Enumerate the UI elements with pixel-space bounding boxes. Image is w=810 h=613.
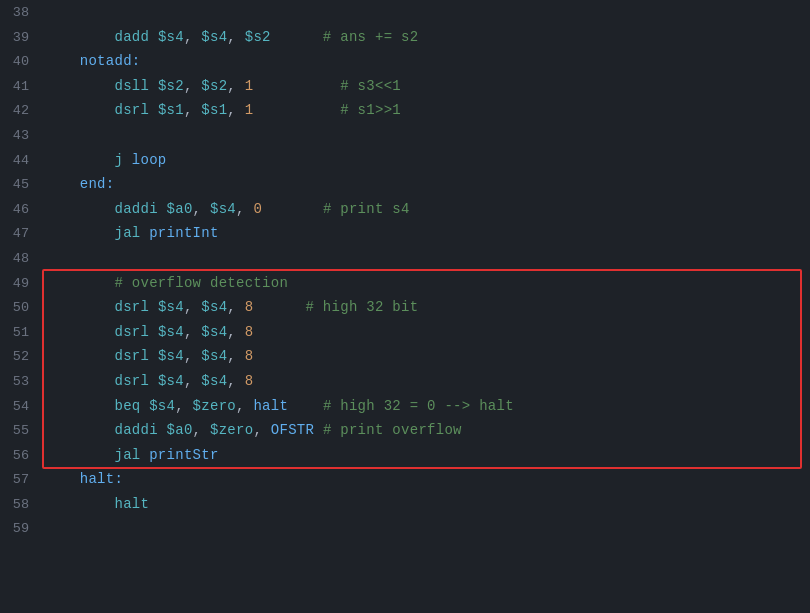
line-content: dsrl $s4, $s4, 8: [45, 345, 810, 367]
line-number: 55: [0, 420, 45, 442]
line-content: [45, 517, 810, 539]
line-number: 58: [0, 494, 45, 516]
line-number: 39: [0, 27, 45, 49]
line-content: [45, 1, 810, 23]
line-number: 44: [0, 150, 45, 172]
code-line: 44 j loop: [0, 148, 810, 173]
line-number: 48: [0, 248, 45, 270]
code-line: 58 halt: [0, 492, 810, 517]
line-content: dadd $s4, $s4, $s2 # ans += s2: [45, 26, 810, 48]
code-line: 47 jal printInt: [0, 221, 810, 246]
code-line: 53 dsrl $s4, $s4, 8: [0, 369, 810, 394]
line-number: 47: [0, 223, 45, 245]
code-line: 48: [0, 246, 810, 271]
code-editor: 38 39 dadd $s4, $s4, $s2 # ans += s240 n…: [0, 0, 810, 613]
line-number: 59: [0, 518, 45, 540]
line-content: notadd:: [45, 50, 810, 72]
code-line: 57 halt:: [0, 467, 810, 492]
code-line: 46 daddi $a0, $s4, 0 # print s4: [0, 197, 810, 222]
code-line: 49 # overflow detection: [0, 271, 810, 296]
line-content: dsll $s2, $s2, 1 # s3<<1: [45, 75, 810, 97]
line-content: daddi $a0, $s4, 0 # print s4: [45, 198, 810, 220]
line-content: j loop: [45, 149, 810, 171]
line-content: end:: [45, 173, 810, 195]
line-number: 38: [0, 2, 45, 24]
code-line: 45 end:: [0, 172, 810, 197]
code-line: 50 dsrl $s4, $s4, 8 # high 32 bit: [0, 295, 810, 320]
line-number: 54: [0, 396, 45, 418]
code-line: 40 notadd:: [0, 49, 810, 74]
code-line: 59: [0, 516, 810, 541]
line-content: daddi $a0, $zero, OFSTR # print overflow: [45, 419, 810, 441]
code-line: 51 dsrl $s4, $s4, 8: [0, 320, 810, 345]
line-number: 57: [0, 469, 45, 491]
line-number: 41: [0, 76, 45, 98]
code-line: 56 jal printStr: [0, 443, 810, 468]
code-line: 54 beq $s4, $zero, halt # high 32 = 0 --…: [0, 394, 810, 419]
line-content: halt:: [45, 468, 810, 490]
line-content: dsrl $s4, $s4, 8: [45, 370, 810, 392]
code-line: 38: [0, 0, 810, 25]
code-line: 55 daddi $a0, $zero, OFSTR # print overf…: [0, 418, 810, 443]
line-content: halt: [45, 493, 810, 515]
line-number: 42: [0, 100, 45, 122]
line-content: dsrl $s4, $s4, 8 # high 32 bit: [45, 296, 810, 318]
line-number: 52: [0, 346, 45, 368]
line-number: 40: [0, 51, 45, 73]
line-content: [45, 247, 810, 269]
line-number: 43: [0, 125, 45, 147]
line-content: dsrl $s1, $s1, 1 # s1>>1: [45, 99, 810, 121]
line-number: 46: [0, 199, 45, 221]
line-content: jal printStr: [45, 444, 810, 466]
code-line: 52 dsrl $s4, $s4, 8: [0, 344, 810, 369]
code-line: 43: [0, 123, 810, 148]
code-line: 39 dadd $s4, $s4, $s2 # ans += s2: [0, 25, 810, 50]
line-number: 49: [0, 273, 45, 295]
line-number: 51: [0, 322, 45, 344]
line-content: dsrl $s4, $s4, 8: [45, 321, 810, 343]
line-content: # overflow detection: [45, 272, 810, 294]
code-line: 41 dsll $s2, $s2, 1 # s3<<1: [0, 74, 810, 99]
line-number: 53: [0, 371, 45, 393]
line-content: [45, 124, 810, 146]
line-content: jal printInt: [45, 222, 810, 244]
line-number: 56: [0, 445, 45, 467]
line-content: beq $s4, $zero, halt # high 32 = 0 --> h…: [45, 395, 810, 417]
line-number: 45: [0, 174, 45, 196]
line-number: 50: [0, 297, 45, 319]
code-line: 42 dsrl $s1, $s1, 1 # s1>>1: [0, 98, 810, 123]
